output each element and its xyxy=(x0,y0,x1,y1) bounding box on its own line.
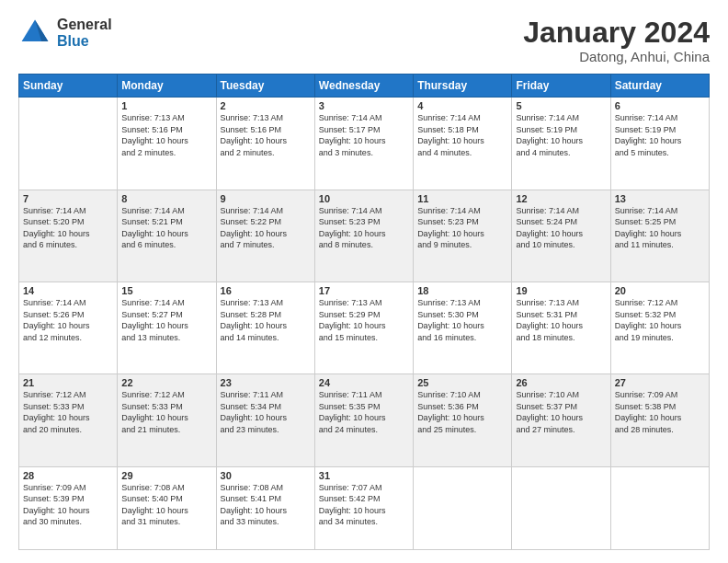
title-month: January 2024 xyxy=(523,17,710,49)
day-number: 7 xyxy=(23,193,113,204)
day-number: 9 xyxy=(221,193,311,204)
calendar-cell: 12Sunrise: 7:14 AM Sunset: 5:24 PM Dayli… xyxy=(512,190,610,282)
calendar-cell: 17Sunrise: 7:13 AM Sunset: 5:29 PM Dayli… xyxy=(314,282,413,373)
day-number: 29 xyxy=(121,470,211,481)
calendar-cell: 16Sunrise: 7:13 AM Sunset: 5:28 PM Dayli… xyxy=(216,282,314,373)
weekday-header-monday: Monday xyxy=(118,75,216,98)
day-info: Sunrise: 7:13 AM Sunset: 5:16 PM Dayligh… xyxy=(221,112,311,158)
calendar-cell: 23Sunrise: 7:11 AM Sunset: 5:34 PM Dayli… xyxy=(216,374,314,466)
calendar-cell xyxy=(512,466,610,549)
day-number: 23 xyxy=(221,377,311,388)
weekday-header-sunday: Sunday xyxy=(19,75,118,98)
day-info: Sunrise: 7:14 AM Sunset: 5:24 PM Dayligh… xyxy=(516,205,606,251)
header: General Blue January 2024 Datong, Anhui,… xyxy=(18,17,710,64)
day-number: 22 xyxy=(121,377,211,388)
day-number: 1 xyxy=(121,100,211,111)
day-number: 20 xyxy=(615,285,705,296)
calendar-cell: 8Sunrise: 7:14 AM Sunset: 5:21 PM Daylig… xyxy=(118,190,216,282)
day-number: 3 xyxy=(319,100,409,111)
calendar-cell: 24Sunrise: 7:11 AM Sunset: 5:35 PM Dayli… xyxy=(314,374,413,466)
day-info: Sunrise: 7:11 AM Sunset: 5:34 PM Dayligh… xyxy=(221,389,311,435)
week-row-4: 21Sunrise: 7:12 AM Sunset: 5:33 PM Dayli… xyxy=(19,374,710,466)
calendar-cell: 29Sunrise: 7:08 AM Sunset: 5:40 PM Dayli… xyxy=(118,466,216,549)
day-info: Sunrise: 7:07 AM Sunset: 5:42 PM Dayligh… xyxy=(319,482,409,528)
calendar-cell: 13Sunrise: 7:14 AM Sunset: 5:25 PM Dayli… xyxy=(610,190,709,282)
calendar-cell: 26Sunrise: 7:10 AM Sunset: 5:37 PM Dayli… xyxy=(512,374,610,466)
title-block: January 2024 Datong, Anhui, China xyxy=(523,17,710,64)
calendar-cell: 28Sunrise: 7:09 AM Sunset: 5:39 PM Dayli… xyxy=(19,466,118,549)
day-number: 8 xyxy=(121,193,211,204)
calendar-cell: 15Sunrise: 7:14 AM Sunset: 5:27 PM Dayli… xyxy=(118,282,216,373)
weekday-header-tuesday: Tuesday xyxy=(216,75,314,98)
calendar-cell: 21Sunrise: 7:12 AM Sunset: 5:33 PM Dayli… xyxy=(19,374,118,466)
day-number: 14 xyxy=(23,285,113,296)
day-number: 13 xyxy=(615,193,705,204)
day-number: 12 xyxy=(516,193,606,204)
day-number: 18 xyxy=(417,285,507,296)
day-number: 15 xyxy=(121,285,211,296)
weekday-header-wednesday: Wednesday xyxy=(314,75,413,98)
calendar-cell xyxy=(610,466,709,549)
day-number: 28 xyxy=(23,470,113,481)
day-number: 19 xyxy=(516,285,606,296)
day-info: Sunrise: 7:08 AM Sunset: 5:41 PM Dayligh… xyxy=(221,482,311,528)
week-row-5: 28Sunrise: 7:09 AM Sunset: 5:39 PM Dayli… xyxy=(19,466,710,549)
day-info: Sunrise: 7:14 AM Sunset: 5:23 PM Dayligh… xyxy=(319,205,409,251)
day-info: Sunrise: 7:13 AM Sunset: 5:16 PM Dayligh… xyxy=(121,112,211,158)
calendar-cell: 9Sunrise: 7:14 AM Sunset: 5:22 PM Daylig… xyxy=(216,190,314,282)
calendar-cell: 7Sunrise: 7:14 AM Sunset: 5:20 PM Daylig… xyxy=(19,190,118,282)
day-number: 5 xyxy=(516,100,606,111)
day-info: Sunrise: 7:14 AM Sunset: 5:17 PM Dayligh… xyxy=(319,112,409,158)
day-info: Sunrise: 7:14 AM Sunset: 5:27 PM Dayligh… xyxy=(121,297,211,343)
week-row-1: 1Sunrise: 7:13 AM Sunset: 5:16 PM Daylig… xyxy=(19,98,710,190)
day-number: 11 xyxy=(417,193,507,204)
logo-icon xyxy=(18,17,51,50)
day-number: 21 xyxy=(23,377,113,388)
day-info: Sunrise: 7:13 AM Sunset: 5:29 PM Dayligh… xyxy=(319,297,409,343)
day-info: Sunrise: 7:08 AM Sunset: 5:40 PM Dayligh… xyxy=(121,482,211,528)
day-info: Sunrise: 7:09 AM Sunset: 5:38 PM Dayligh… xyxy=(615,389,705,435)
day-info: Sunrise: 7:14 AM Sunset: 5:25 PM Dayligh… xyxy=(615,205,705,251)
calendar-cell: 1Sunrise: 7:13 AM Sunset: 5:16 PM Daylig… xyxy=(118,98,216,190)
calendar-cell: 31Sunrise: 7:07 AM Sunset: 5:42 PM Dayli… xyxy=(314,466,413,549)
week-row-3: 14Sunrise: 7:14 AM Sunset: 5:26 PM Dayli… xyxy=(19,282,710,373)
calendar-cell: 10Sunrise: 7:14 AM Sunset: 5:23 PM Dayli… xyxy=(314,190,413,282)
calendar-cell: 22Sunrise: 7:12 AM Sunset: 5:33 PM Dayli… xyxy=(118,374,216,466)
logo-text: General Blue xyxy=(57,17,112,49)
calendar-cell: 27Sunrise: 7:09 AM Sunset: 5:38 PM Dayli… xyxy=(610,374,709,466)
week-row-2: 7Sunrise: 7:14 AM Sunset: 5:20 PM Daylig… xyxy=(19,190,710,282)
calendar-cell xyxy=(19,98,118,190)
weekday-header-row: SundayMondayTuesdayWednesdayThursdayFrid… xyxy=(19,75,710,98)
day-info: Sunrise: 7:09 AM Sunset: 5:39 PM Dayligh… xyxy=(23,482,113,528)
day-number: 30 xyxy=(221,470,311,481)
day-number: 25 xyxy=(417,377,507,388)
calendar-cell: 2Sunrise: 7:13 AM Sunset: 5:16 PM Daylig… xyxy=(216,98,314,190)
day-number: 6 xyxy=(615,100,705,111)
page: General Blue January 2024 Datong, Anhui,… xyxy=(0,0,728,563)
weekday-header-saturday: Saturday xyxy=(610,75,709,98)
calendar-cell: 19Sunrise: 7:13 AM Sunset: 5:31 PM Dayli… xyxy=(512,282,610,373)
day-number: 27 xyxy=(615,377,705,388)
day-info: Sunrise: 7:12 AM Sunset: 5:33 PM Dayligh… xyxy=(23,389,113,435)
day-info: Sunrise: 7:13 AM Sunset: 5:30 PM Dayligh… xyxy=(417,297,507,343)
calendar-cell: 5Sunrise: 7:14 AM Sunset: 5:19 PM Daylig… xyxy=(512,98,610,190)
day-number: 17 xyxy=(319,285,409,296)
day-info: Sunrise: 7:14 AM Sunset: 5:20 PM Dayligh… xyxy=(23,205,113,251)
logo-blue-label: Blue xyxy=(57,33,112,50)
day-number: 31 xyxy=(319,470,409,481)
logo: General Blue xyxy=(18,17,112,50)
day-number: 10 xyxy=(319,193,409,204)
day-info: Sunrise: 7:12 AM Sunset: 5:32 PM Dayligh… xyxy=(615,297,705,343)
day-info: Sunrise: 7:14 AM Sunset: 5:21 PM Dayligh… xyxy=(121,205,211,251)
calendar-cell: 30Sunrise: 7:08 AM Sunset: 5:41 PM Dayli… xyxy=(216,466,314,549)
calendar-cell: 11Sunrise: 7:14 AM Sunset: 5:23 PM Dayli… xyxy=(414,190,512,282)
day-info: Sunrise: 7:10 AM Sunset: 5:36 PM Dayligh… xyxy=(417,389,507,435)
day-info: Sunrise: 7:11 AM Sunset: 5:35 PM Dayligh… xyxy=(319,389,409,435)
calendar-cell: 25Sunrise: 7:10 AM Sunset: 5:36 PM Dayli… xyxy=(414,374,512,466)
day-info: Sunrise: 7:13 AM Sunset: 5:28 PM Dayligh… xyxy=(221,297,311,343)
day-number: 4 xyxy=(417,100,507,111)
day-info: Sunrise: 7:14 AM Sunset: 5:26 PM Dayligh… xyxy=(23,297,113,343)
day-number: 2 xyxy=(221,100,311,111)
weekday-header-thursday: Thursday xyxy=(414,75,512,98)
day-info: Sunrise: 7:14 AM Sunset: 5:22 PM Dayligh… xyxy=(221,205,311,251)
